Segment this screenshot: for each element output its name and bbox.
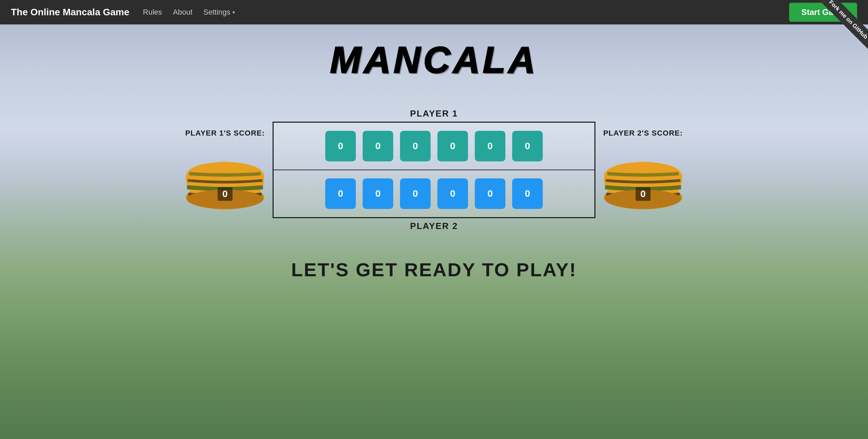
- game-board: 000000 000000: [273, 122, 595, 218]
- player1-pit-row: 000000: [274, 123, 594, 170]
- game-title: MANCALA: [330, 38, 538, 81]
- board-section: PLAYER 1'S SCORE: 0 PLAYER 1: [0, 108, 868, 231]
- player1-label: PLAYER 1: [410, 108, 458, 119]
- nav-settings[interactable]: Settings ▾: [203, 8, 235, 17]
- fork-ribbon-label[interactable]: Fork me on GitHub: [817, 0, 868, 51]
- player1-pit-1[interactable]: 0: [325, 131, 356, 161]
- player2-bowl: 0: [602, 143, 684, 211]
- player1-pit-4[interactable]: 0: [437, 131, 468, 161]
- player2-score: 0: [636, 187, 650, 201]
- player1-bowl-side: PLAYER 1'S SCORE: 0: [177, 129, 273, 211]
- settings-caret-icon: ▾: [232, 10, 235, 15]
- player1-pit-5[interactable]: 0: [475, 131, 505, 161]
- player1-bowl: 0: [184, 143, 266, 211]
- player1-bowl-svg: [184, 143, 266, 211]
- player2-score-label: PLAYER 2'S SCORE:: [603, 129, 683, 138]
- fork-ribbon[interactable]: Fork me on GitHub: [807, 0, 868, 61]
- player2-pit-5[interactable]: 0: [475, 178, 505, 209]
- player2-pit-6[interactable]: 0: [512, 178, 543, 209]
- player2-pit-row: 000000: [274, 170, 594, 217]
- player2-bowl-side: PLAYER 2'S SCORE: 0: [595, 129, 691, 211]
- center-board: PLAYER 1 000000 000000 PLAYER 2: [273, 108, 595, 231]
- navbar: The Online Mancala Game Rules About Sett…: [0, 0, 868, 24]
- player2-pit-2[interactable]: 0: [363, 178, 393, 209]
- player2-bowl-svg: [602, 143, 684, 211]
- player2-pit-4[interactable]: 0: [437, 178, 468, 209]
- player2-pit-3[interactable]: 0: [400, 178, 431, 209]
- nav-title: The Online Mancala Game: [11, 7, 129, 18]
- player1-score-label: PLAYER 1'S SCORE:: [185, 129, 265, 138]
- status-message: LET'S GET READY TO PLAY!: [291, 259, 577, 281]
- player1-pit-6[interactable]: 0: [512, 131, 543, 161]
- player1-pit-2[interactable]: 0: [363, 131, 393, 161]
- player2-label: PLAYER 2: [410, 221, 458, 231]
- player2-pit-1[interactable]: 0: [325, 178, 356, 209]
- player1-pit-3[interactable]: 0: [400, 131, 431, 161]
- player1-score: 0: [218, 187, 232, 201]
- nav-rules[interactable]: Rules: [143, 8, 162, 17]
- nav-about[interactable]: About: [173, 8, 193, 17]
- game-area: MANCALA PLAYER 1'S SCORE: 0: [0, 24, 868, 439]
